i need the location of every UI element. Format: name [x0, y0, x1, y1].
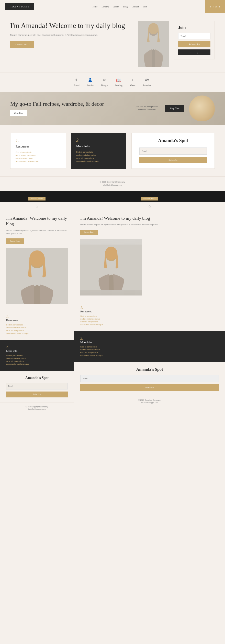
mobile-right-person-image [80, 239, 142, 295]
resource-link-2-2[interactable]: error sit voluptatem [76, 157, 121, 159]
fall-banner: My go-to Fall recipes, wardrobe, & decor… [0, 92, 225, 125]
mobile-left-more-link-3[interactable]: accusantium doloremque [6, 363, 68, 365]
resource-link-2-0[interactable]: Sed ut perspiciatis [76, 151, 121, 153]
logo-button[interactable]: Recent Posts [5, 3, 34, 10]
mobile-left-subscribe-button[interactable]: Subscribe [6, 392, 68, 397]
travel-icon: ✈ [75, 78, 78, 82]
mobile-right-res-link-3[interactable]: accusantium doloremque [80, 323, 219, 326]
nav-post[interactable]: Post [143, 5, 147, 8]
category-music[interactable]: ♪ Music [130, 78, 136, 87]
mobile-right-subscribe-button[interactable]: Subscribe [80, 384, 219, 391]
amanda-subscribe-button[interactable]: Subscribe [139, 157, 207, 163]
mobile-preview-left: Recent Posts ⌂ I'm Amanda! Welcome to my… [0, 195, 74, 414]
mobile-right-recent-posts-button[interactable]: Recent Posts [80, 230, 98, 235]
resources-section: 1. Resources Sed ut perspiciatis unde om… [0, 125, 225, 176]
mobile-left-recent-posts-btn[interactable]: Recent Posts [28, 197, 46, 200]
mobile-left-email-input[interactable] [6, 383, 68, 389]
mobile-right-resources: 1. Resources Sed ut perspiciatis unde om… [74, 301, 225, 331]
shop-now-button[interactable]: Shop Now [165, 105, 184, 112]
category-fashion[interactable]: 👗 Fashion [87, 78, 94, 87]
category-fashion-label: Fashion [87, 84, 94, 87]
mobile-right-more-link-3[interactable]: accusantium doloremque [80, 354, 219, 356]
fall-title: My go-to Fall recipes, wardrobe, & decor [10, 100, 129, 108]
amanda-spot-title: Amanda's Spot [158, 138, 188, 143]
twitter-icon[interactable]: t [213, 5, 213, 8]
pinterest-icon[interactable]: p [216, 5, 217, 8]
category-shopping[interactable]: 🛍 Shopping [143, 78, 152, 87]
nav-about[interactable]: About [113, 5, 119, 8]
category-reading[interactable]: 📖 Reading [115, 78, 122, 87]
resource-link-2-1[interactable]: unde omnis iste natus [76, 154, 121, 156]
join-pinterest-icon[interactable]: p [197, 51, 198, 54]
resource-link-2-3[interactable]: accusantium doloremque [76, 160, 121, 162]
mobile-left-person-image [6, 248, 68, 304]
mobile-right-amanda-title: Amanda's Spot [80, 367, 219, 372]
resource-link-1-2[interactable]: error sit voluptatem [16, 157, 61, 160]
hero-section: I'm Amanda! Welcome to my daily blog Mau… [0, 13, 225, 72]
resources-title-1: Resources [16, 144, 61, 149]
mobile-left-more-info: 2. More info Sed ut perspiciatis unde om… [0, 340, 74, 371]
mobile-left-more-link-1[interactable]: unde omnis iste natus [6, 357, 68, 360]
join-facebook-icon[interactable]: f [190, 51, 191, 54]
mobile-preview-right: Recent Posts ⌂ I'm Amanda! Welcome to my… [74, 195, 225, 414]
join-subscribe-button[interactable]: Subscribe [178, 41, 210, 47]
mobile-left-recent-posts-button[interactable]: Recent Posts [6, 238, 24, 244]
mobile-left-more-link-0[interactable]: Sed ut perspiciatis [6, 354, 68, 357]
join-email-input[interactable] [178, 33, 210, 39]
nav-contact[interactable]: Contact [132, 5, 139, 8]
mobile-left-more-link-2[interactable]: error sit voluptatem [6, 360, 68, 362]
mobile-right-title: I'm Amanda! Welcome to my daily blog [80, 216, 219, 221]
resources-number-1: 1. [16, 138, 61, 143]
resource-link-1-1[interactable]: unde omnis iste natus [16, 154, 61, 156]
category-travel[interactable]: ✈ Travel [74, 78, 80, 87]
instagram-icon[interactable]: g [219, 5, 220, 8]
recent-posts-button[interactable]: Recent Posts [10, 41, 34, 48]
mobile-right-res-link-0[interactable]: Sed ut perspiciatis [80, 315, 219, 317]
mobile-left-more-info-title: More info [6, 349, 68, 352]
hero-left: I'm Amanda! Welcome to my daily blog Mau… [10, 21, 133, 67]
music-icon: ♪ [131, 78, 133, 82]
mobile-left-hero-image [6, 248, 68, 304]
view-post-button[interactable]: View Post [10, 110, 27, 116]
mobile-right-res-link-1[interactable]: unde omnis iste natus [80, 318, 219, 320]
mobile-left-subtitle: Mauris blandit aliquiet elt, eget tincid… [6, 229, 68, 235]
amanda-email-input[interactable] [139, 147, 207, 155]
facebook-icon[interactable]: f [210, 5, 211, 8]
mobile-left-res-link-1[interactable]: unde omnis iste natus [6, 326, 68, 329]
mobile-left-more-info-number: 2. [6, 345, 68, 349]
resource-link-1-0[interactable]: Sed ut perspiciatis [16, 151, 61, 153]
main-nav: Home Landing About Blog Contact Post [92, 5, 147, 8]
mobile-right-recent-posts-btn[interactable]: Recent Posts [141, 197, 158, 200]
mobile-right-hero-image [80, 239, 142, 295]
hero-title: I'm Amanda! Welcome to my daily blog [10, 21, 133, 30]
nav-landing[interactable]: Landing [102, 5, 109, 8]
design-icon: ✏ [103, 78, 106, 82]
mobile-left-res-link-3[interactable]: accusantium doloremque [6, 332, 68, 334]
desktop-section: Recent Posts Home Landing About Blog Con… [0, 0, 225, 191]
mobile-right-more-link-2[interactable]: error sit voluptatem [80, 351, 219, 354]
category-reading-label: Reading [115, 84, 122, 87]
mobile-right-email: info@diviblogger.com [77, 402, 222, 403]
hero-subtitle: Mauris blandit aliquiet elt, eget tincid… [10, 33, 133, 37]
mobile-right-more-link-1[interactable]: unde omnis iste natus [80, 349, 219, 351]
resources-col-1: 1. Resources Sed ut perspiciatis unde om… [10, 133, 66, 169]
mobile-right-footer: © 2020 Copyright Company. info@diviblogg… [74, 396, 225, 407]
mobile-right-res-link-2[interactable]: error sit voluptatem [80, 321, 219, 323]
resources-links-1: Sed ut perspiciatis unde omnis iste natu… [16, 151, 61, 163]
shopping-icon: 🛍 [145, 78, 149, 82]
category-design[interactable]: ✏ Design [101, 78, 108, 87]
mobile-left-copyright: © 2020 Copyright Company. [3, 406, 71, 408]
nav-home[interactable]: Home [92, 5, 97, 8]
mobile-left-more-info-links: Sed ut perspiciatis unde omnis iste natu… [6, 354, 68, 365]
resource-link-1-3[interactable]: accusantium doloremque [16, 160, 61, 163]
mobile-left-res-link-0[interactable]: Sed ut perspiciatis [6, 324, 68, 326]
join-twitter-icon[interactable]: t [194, 51, 195, 54]
mobile-left-res-link-2[interactable]: error sit voluptatem [6, 329, 68, 332]
mobile-right-email-input[interactable] [80, 375, 219, 382]
mobile-right-subtitle: Mauris blandit aliquiet elt, eget tincid… [80, 223, 219, 226]
resources-links-2: Sed ut perspiciatis unde omnis iste natu… [76, 151, 121, 162]
nav-blog[interactable]: Blog [123, 5, 128, 8]
join-box: Join Subscribe f t p [174, 21, 215, 67]
mobile-right-more-link-0[interactable]: Sed ut perspiciatis [80, 346, 219, 348]
category-design-label: Design [101, 84, 108, 87]
